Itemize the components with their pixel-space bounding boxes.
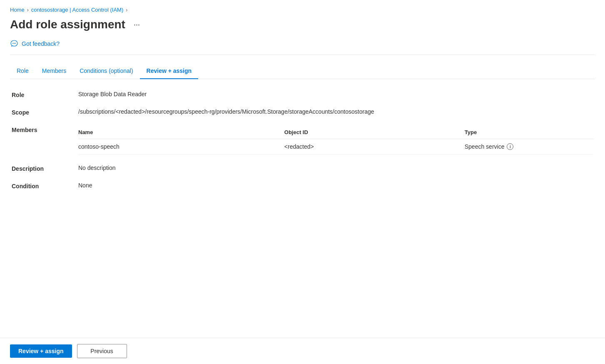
breadcrumb-home[interactable]: Home bbox=[10, 7, 25, 13]
condition-label: Condition bbox=[12, 182, 78, 189]
page-title: Add role assignment bbox=[10, 18, 125, 31]
member-row-1: contoso-speech <redacted> Speech service… bbox=[78, 139, 593, 155]
col-header-name: Name bbox=[78, 126, 284, 139]
header-divider bbox=[10, 55, 595, 55]
members-table-container: Name Object ID Type contoso-speech <reda… bbox=[78, 126, 593, 155]
members-table: Name Object ID Type contoso-speech <reda… bbox=[78, 126, 593, 155]
col-header-object-id: Object ID bbox=[284, 126, 465, 139]
member-name-1: contoso-speech bbox=[78, 139, 284, 155]
condition-value: None bbox=[78, 182, 593, 189]
description-value: No description bbox=[78, 165, 593, 171]
scope-field-row: Scope /subscriptions/<redacted>/resource… bbox=[12, 108, 593, 116]
svg-point-0 bbox=[12, 43, 13, 44]
tab-role[interactable]: Role bbox=[10, 63, 35, 79]
member-type-cell-1: Speech service i bbox=[465, 143, 588, 150]
type-info-icon[interactable]: i bbox=[507, 143, 513, 150]
feedback-icon bbox=[10, 40, 18, 48]
feedback-bar[interactable]: Got feedback? bbox=[10, 40, 595, 48]
role-label: Role bbox=[12, 91, 78, 98]
role-field-row: Role Storage Blob Data Reader bbox=[12, 91, 593, 98]
members-field-row: Members Name Object ID Type contoso-spee… bbox=[12, 126, 593, 155]
member-type-text-1: Speech service bbox=[465, 143, 505, 150]
condition-field-row: Condition None bbox=[12, 182, 593, 189]
breadcrumb-sep-1: › bbox=[27, 7, 29, 13]
breadcrumb-sep-2: › bbox=[126, 7, 127, 13]
breadcrumb-storage[interactable]: contosostorage | Access Control (IAM) bbox=[31, 7, 124, 13]
scope-value: /subscriptions/<redacted>/resourcegroups… bbox=[78, 108, 593, 115]
member-type-1: Speech service i bbox=[465, 139, 593, 155]
feedback-text: Got feedback? bbox=[22, 40, 60, 47]
description-label: Description bbox=[12, 165, 78, 172]
more-options-button[interactable]: ··· bbox=[130, 19, 143, 31]
member-object-id-1: <redacted> bbox=[284, 139, 465, 155]
members-label: Members bbox=[12, 126, 78, 133]
tabs-container: Role Members Conditions (optional) Revie… bbox=[10, 63, 595, 79]
tab-conditions[interactable]: Conditions (optional) bbox=[73, 63, 139, 79]
tab-review-assign[interactable]: Review + assign bbox=[140, 63, 199, 79]
col-header-type: Type bbox=[465, 126, 593, 139]
description-field-row: Description No description bbox=[12, 165, 593, 172]
scope-label: Scope bbox=[12, 108, 78, 116]
role-value: Storage Blob Data Reader bbox=[78, 91, 593, 97]
content-section: Role Storage Blob Data Reader Scope /sub… bbox=[10, 91, 595, 189]
members-table-header-row: Name Object ID Type bbox=[78, 126, 593, 139]
svg-point-2 bbox=[15, 43, 16, 44]
breadcrumb: Home › contosostorage | Access Control (… bbox=[10, 7, 595, 13]
tab-members[interactable]: Members bbox=[35, 63, 73, 79]
page-header: Add role assignment ··· bbox=[10, 18, 595, 31]
svg-point-1 bbox=[14, 43, 15, 44]
